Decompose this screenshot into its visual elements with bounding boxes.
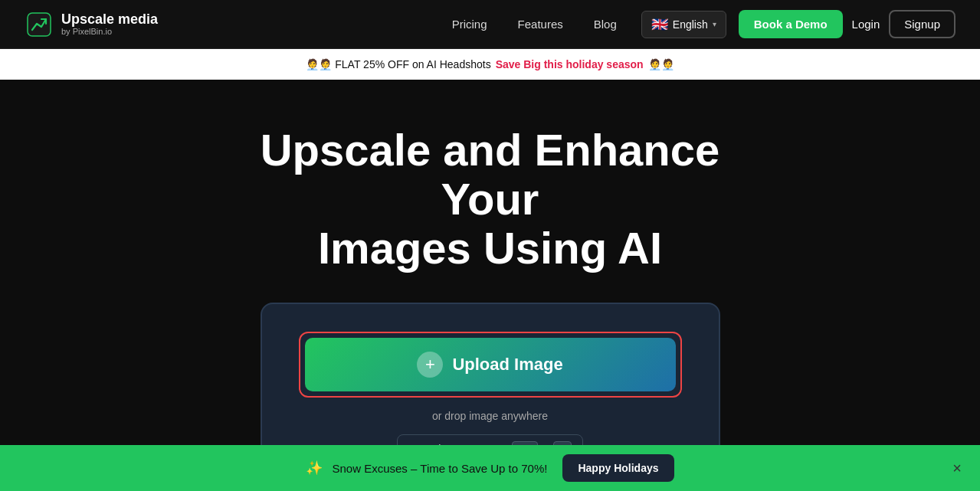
navbar: Upscale media by PixelBin.io Pricing Fea…: [0, 0, 980, 49]
login-button[interactable]: Login: [852, 18, 880, 31]
bottom-banner: ✨ Snow Excuses – Time to Save Up to 70%!…: [0, 445, 980, 491]
nav-blog[interactable]: Blog: [594, 18, 617, 31]
language-selector[interactable]: 🇬🇧 English ▾: [641, 11, 726, 38]
logo-text: Upscale media by PixelBin.io: [61, 12, 158, 37]
logo-icon: [25, 10, 54, 39]
promo-suffix: 🧑‍💼🧑‍💼: [648, 58, 674, 70]
signup-button[interactable]: Signup: [889, 10, 955, 38]
lang-label: English: [673, 18, 708, 31]
holiday-link[interactable]: Save Big this holiday season: [496, 58, 644, 70]
nav-links: Pricing Features Blog: [452, 18, 617, 31]
flag-icon: 🇬🇧: [651, 16, 668, 33]
chevron-down-icon: ▾: [713, 20, 716, 28]
hero-section: Upscale and Enhance Your Images Using AI…: [0, 80, 980, 491]
book-demo-button[interactable]: Book a Demo: [739, 10, 843, 38]
hero-title: Upscale and Enhance Your Images Using AI: [222, 126, 759, 272]
upload-btn-wrapper: + Upload Image: [299, 332, 682, 398]
logo-name: Upscale media: [61, 12, 158, 28]
logo-area: Upscale media by PixelBin.io: [25, 10, 158, 39]
bottom-banner-text: Snow Excuses – Time to Save Up to 70%!: [332, 462, 547, 475]
happy-holidays-button[interactable]: Happy Holidays: [562, 454, 674, 482]
nav-pricing[interactable]: Pricing: [452, 18, 487, 31]
upload-image-button[interactable]: + Upload Image: [305, 338, 676, 391]
sparkle-icon: ✨: [306, 460, 323, 476]
plus-circle-icon: +: [417, 352, 443, 378]
promo-prefix: 🧑‍💼🧑‍💼 FLAT 25% OFF on AI Headshots: [306, 58, 490, 70]
close-banner-button[interactable]: ×: [952, 460, 962, 477]
promo-banner: 🧑‍💼🧑‍💼 FLAT 25% OFF on AI Headshots Save…: [0, 49, 980, 80]
nav-features[interactable]: Features: [518, 18, 563, 31]
drop-text: or drop image anywhere: [432, 410, 548, 422]
logo-sub: by PixelBin.io: [61, 27, 158, 36]
